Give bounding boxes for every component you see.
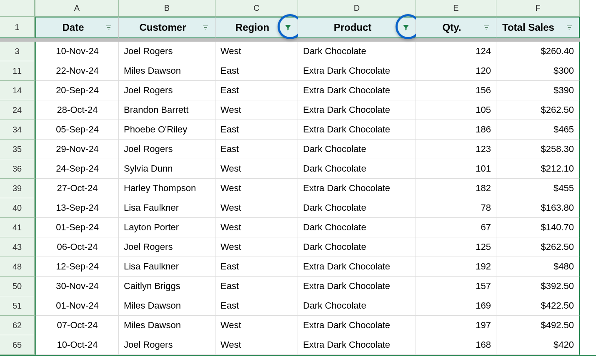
cell-date[interactable]: 13-Sep-24 xyxy=(35,198,119,218)
cell-qty[interactable]: 124 xyxy=(416,42,496,61)
cell-qty[interactable]: 105 xyxy=(416,100,496,120)
cell-customer[interactable]: Harley Thompson xyxy=(119,179,215,198)
cell-product[interactable]: Dark Chocolate xyxy=(298,237,416,257)
cell-date[interactable]: 12-Sep-24 xyxy=(35,257,119,277)
cell-product[interactable]: Extra Dark Chocolate xyxy=(298,100,416,120)
cell-date[interactable]: 20-Sep-24 xyxy=(35,81,119,100)
cell-region[interactable]: West xyxy=(215,237,298,257)
table-header-region[interactable]: Region xyxy=(215,17,298,38)
cell-region[interactable]: East xyxy=(215,120,298,140)
cell-customer[interactable]: Sylvia Dunn xyxy=(119,159,215,179)
cell-qty[interactable]: 67 xyxy=(416,218,496,237)
cell-qty[interactable]: 125 xyxy=(416,237,496,257)
cell-region[interactable]: West xyxy=(215,335,298,355)
row-header[interactable]: 41 xyxy=(0,218,35,237)
row-header[interactable]: 39 xyxy=(0,179,35,198)
row-header[interactable]: 40 xyxy=(0,198,35,218)
cell-region[interactable]: West xyxy=(215,218,298,237)
cell-customer[interactable]: Joel Rogers xyxy=(119,237,215,257)
filter-icon[interactable] xyxy=(201,23,210,32)
column-header-D[interactable]: D xyxy=(298,0,416,17)
row-header[interactable]: 48 xyxy=(0,257,35,277)
cell-customer[interactable]: Joel Rogers xyxy=(119,42,215,61)
cell-customer[interactable]: Phoebe O'Riley xyxy=(119,120,215,140)
cell-product[interactable]: Extra Dark Chocolate xyxy=(298,316,416,335)
row-header[interactable]: 24 xyxy=(0,100,35,120)
row-header[interactable]: 43 xyxy=(0,237,35,257)
cell-customer[interactable]: Lisa Faulkner xyxy=(119,198,215,218)
filter-icon[interactable] xyxy=(565,23,574,32)
cell-qty[interactable]: 192 xyxy=(416,257,496,277)
cell-total[interactable]: $262.50 xyxy=(496,100,580,120)
spreadsheet-grid[interactable]: ABCDEF1 Date Customer Region xyxy=(0,0,596,356)
cell-customer[interactable]: Layton Porter xyxy=(119,218,215,237)
row-header[interactable]: 3 xyxy=(0,42,35,61)
cell-customer[interactable]: Joel Rogers xyxy=(119,81,215,100)
cell-region[interactable]: East xyxy=(215,140,298,159)
cell-date[interactable]: 06-Oct-24 xyxy=(35,237,119,257)
cell-date[interactable]: 07-Oct-24 xyxy=(35,316,119,335)
table-header-date[interactable]: Date xyxy=(35,17,119,38)
row-header[interactable]: 34 xyxy=(0,120,35,140)
cell-total[interactable]: $392.50 xyxy=(496,277,580,296)
cell-region[interactable]: East xyxy=(215,61,298,81)
cell-total[interactable]: $300 xyxy=(496,61,580,81)
cell-total[interactable]: $390 xyxy=(496,81,580,100)
filter-icon[interactable] xyxy=(482,23,491,32)
cell-product[interactable]: Extra Dark Chocolate xyxy=(298,179,416,198)
filter-icon[interactable] xyxy=(104,23,113,32)
cell-customer[interactable]: Miles Dawson xyxy=(119,296,215,316)
cell-total[interactable]: $262.50 xyxy=(496,237,580,257)
cell-customer[interactable]: Joel Rogers xyxy=(119,335,215,355)
row-header-1[interactable]: 1 xyxy=(0,17,35,38)
cell-customer[interactable]: Brandon Barrett xyxy=(119,100,215,120)
table-header-customer[interactable]: Customer xyxy=(119,17,215,38)
cell-region[interactable]: East xyxy=(215,277,298,296)
cell-product[interactable]: Dark Chocolate xyxy=(298,159,416,179)
cell-total[interactable]: $492.50 xyxy=(496,316,580,335)
cell-product[interactable]: Extra Dark Chocolate xyxy=(298,120,416,140)
cell-region[interactable]: West xyxy=(215,179,298,198)
cell-customer[interactable]: Miles Dawson xyxy=(119,316,215,335)
cell-date[interactable]: 10-Oct-24 xyxy=(35,335,119,355)
cell-total[interactable]: $260.40 xyxy=(496,42,580,61)
cell-region[interactable]: East xyxy=(215,296,298,316)
column-header-F[interactable]: F xyxy=(496,0,580,17)
row-header[interactable]: 11 xyxy=(0,61,35,81)
cell-product[interactable]: Dark Chocolate xyxy=(298,296,416,316)
cell-product[interactable]: Extra Dark Chocolate xyxy=(298,257,416,277)
cell-date[interactable]: 28-Oct-24 xyxy=(35,100,119,120)
cell-product[interactable]: Dark Chocolate xyxy=(298,42,416,61)
filter-active-icon[interactable] xyxy=(401,23,411,32)
cell-date[interactable]: 22-Nov-24 xyxy=(35,61,119,81)
cell-product[interactable]: Dark Chocolate xyxy=(298,198,416,218)
cell-product[interactable]: Extra Dark Chocolate xyxy=(298,61,416,81)
cell-qty[interactable]: 156 xyxy=(416,81,496,100)
row-header[interactable]: 65 xyxy=(0,335,35,355)
cell-qty[interactable]: 78 xyxy=(416,198,496,218)
cell-date[interactable]: 10-Nov-24 xyxy=(35,42,119,61)
cell-qty[interactable]: 182 xyxy=(416,179,496,198)
cell-qty[interactable]: 186 xyxy=(416,120,496,140)
cell-qty[interactable]: 169 xyxy=(416,296,496,316)
cell-region[interactable]: West xyxy=(215,100,298,120)
table-header-total[interactable]: Total Sales xyxy=(496,17,580,38)
cell-customer[interactable]: Lisa Faulkner xyxy=(119,257,215,277)
cell-region[interactable]: West xyxy=(215,159,298,179)
select-all-corner[interactable] xyxy=(0,0,35,17)
cell-customer[interactable]: Miles Dawson xyxy=(119,61,215,81)
row-header[interactable]: 62 xyxy=(0,316,35,335)
cell-region[interactable]: West xyxy=(215,198,298,218)
cell-date[interactable]: 30-Nov-24 xyxy=(35,277,119,296)
cell-product[interactable]: Extra Dark Chocolate xyxy=(298,81,416,100)
cell-total[interactable]: $422.50 xyxy=(496,296,580,316)
cell-date[interactable]: 05-Sep-24 xyxy=(35,120,119,140)
column-header-C[interactable]: C xyxy=(215,0,298,17)
cell-qty[interactable]: 120 xyxy=(416,61,496,81)
row-header[interactable]: 14 xyxy=(0,81,35,100)
cell-qty[interactable]: 101 xyxy=(416,159,496,179)
column-header-B[interactable]: B xyxy=(119,0,215,17)
cell-total[interactable]: $455 xyxy=(496,179,580,198)
cell-region[interactable]: East xyxy=(215,81,298,100)
cell-product[interactable]: Dark Chocolate xyxy=(298,140,416,159)
